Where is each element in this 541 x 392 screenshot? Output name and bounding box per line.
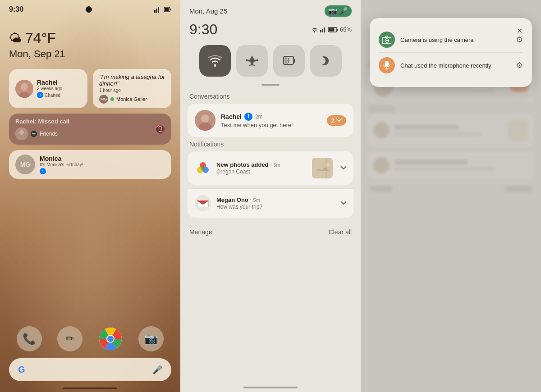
rachel-info: Rachel 2 weeks ago f Chatted	[37, 79, 81, 98]
google-g: G	[18, 365, 25, 375]
weather-widget: 🌤 74°F Mon, Sep 21	[9, 30, 171, 60]
signal-notif-icon	[320, 27, 326, 32]
monica-widget[interactable]: MG Monica It's Monica's Birthday! f	[9, 150, 171, 179]
camera-permission-icon	[379, 32, 395, 48]
rachel-avatar	[15, 80, 33, 98]
home-status-icons	[154, 6, 171, 13]
svg-rect-19	[324, 27, 325, 32]
photos-expand-button[interactable]	[341, 166, 346, 170]
rachel-sub: 2 weeks ago	[37, 86, 81, 91]
notes-app[interactable]: ✏	[57, 326, 83, 351]
rachel-conv-avatar	[195, 110, 215, 131]
weather-icon: 🌤	[9, 31, 22, 46]
airplane-tile[interactable]	[236, 45, 268, 77]
weather-date: Mon, Sep 21	[9, 48, 171, 60]
camera-icon: 📷	[144, 333, 158, 345]
privacy-indicator-dialog: ✕ Camera is using the camera ⚙	[370, 18, 532, 87]
svg-rect-1	[156, 9, 157, 13]
friends-label: Friends	[40, 131, 58, 137]
camera-permission-settings[interactable]: ⚙	[516, 35, 523, 45]
notif-status-right: 📷 🎤	[325, 5, 352, 17]
home-time: 9:30	[9, 5, 23, 14]
gmail-expand-button[interactable]	[341, 201, 346, 205]
battery-notif-icon	[328, 27, 338, 32]
svg-point-12	[19, 130, 24, 135]
battery-saver-tile-icon	[283, 55, 295, 67]
weather-temp: 74°F	[25, 30, 56, 46]
monica-quote-widget[interactable]: "I'm making a lasagna for dinner!" 1 hou…	[93, 69, 171, 108]
gmail-notif-title: Megan Ono · 5m	[216, 196, 335, 203]
photos-notification-card[interactable]: New photos added · 5m Oregon Coast	[188, 151, 353, 185]
battery-percent: 65%	[340, 26, 352, 33]
photos-app-icon	[195, 160, 211, 176]
monica-quote-sender: Monica Geller	[116, 96, 147, 102]
svg-point-16	[107, 336, 114, 342]
chrome-app[interactable]	[98, 326, 123, 351]
camera-dot	[86, 6, 92, 13]
do-not-disturb-tile[interactable]	[310, 45, 342, 77]
camera-perm-svg-icon	[382, 36, 391, 44]
google-search-bar[interactable]: G 🎤	[9, 358, 171, 381]
svg-point-28	[201, 114, 209, 123]
battery-icon-home	[164, 7, 171, 12]
missed-call-icon: 📵	[155, 124, 165, 134]
gmail-notification-card[interactable]: Megan Ono · 5m How was your trip?	[188, 189, 353, 218]
svg-rect-6	[165, 8, 169, 11]
chevron-down-photos-icon	[341, 166, 346, 170]
pen-icon: ✏	[66, 333, 74, 345]
mic-active-icon: 🎤	[339, 7, 348, 15]
notif-date: Mon, Aug 25	[189, 7, 227, 15]
rachel-badge[interactable]: 2	[327, 115, 346, 126]
svg-rect-3	[160, 6, 161, 13]
rachel-conversation-card[interactable]: Rachel f 2m Text me when you get here! 2	[188, 104, 353, 137]
messenger-icon: f	[37, 92, 43, 98]
microphone-permission-item: Chat used the microphone recently ⚙	[379, 52, 523, 78]
missed-call-widget[interactable]: Rachel: Missed call 📷 Friends 📵	[9, 114, 171, 145]
rachel-contact-widget[interactable]: Rachel 2 weeks ago f Chatted	[9, 69, 87, 108]
camera-permission-item: Camera is using the camera ⚙	[379, 27, 523, 52]
conversations-label: Conversations	[180, 93, 361, 104]
rachel-conv-info: Rachel f 2m Text me when you get here!	[221, 113, 321, 128]
notification-actions: Manage Clear all	[180, 221, 361, 239]
notif-time: 9:30	[189, 21, 217, 38]
photos-notif-time: 5m	[273, 162, 280, 168]
mic-perm-svg-icon	[383, 61, 390, 70]
gmail-notif-time: 5m	[253, 197, 260, 203]
notification-shade: Mon, Aug 25 📷 🎤 9:30	[180, 0, 361, 392]
mic-permission-text: Chat used the microphone recently	[400, 62, 510, 69]
rachel-conv-msg: Text me when you get here!	[221, 122, 321, 128]
contacts-row: Rachel 2 weeks ago f Chatted "I'm making…	[9, 69, 171, 108]
camera-permission-text: Camera is using the camera	[400, 36, 510, 43]
airplane-tile-icon	[245, 55, 259, 67]
monica-name: Monica	[40, 155, 165, 162]
svg-point-33	[201, 166, 205, 170]
close-permission-dialog-button[interactable]: ✕	[514, 25, 525, 36]
mic-permission-settings[interactable]: ⚙	[516, 60, 523, 70]
manage-button[interactable]: Manage	[189, 228, 212, 236]
quote-meta: 1 hour ago	[99, 88, 165, 93]
wifi-tile[interactable]	[199, 45, 231, 77]
permission-overlay-panel: ✕ Camera is using the camera ⚙	[361, 0, 541, 392]
friends-avatar-1	[15, 128, 28, 140]
online-indicator	[110, 97, 114, 101]
svg-rect-34	[312, 158, 333, 178]
svg-point-41	[386, 40, 388, 41]
messenger-conv-icon: f	[244, 113, 252, 121]
camera-active-icon: 📷	[328, 7, 337, 15]
phone-app[interactable]: 📞	[17, 326, 42, 351]
clear-all-button[interactable]: Clear all	[329, 228, 352, 236]
wifi-tile-icon	[208, 55, 222, 67]
quick-settings-tiles	[180, 41, 361, 84]
mic-search-icon[interactable]: 🎤	[152, 365, 162, 375]
rachel-conv-time: 2m	[255, 114, 263, 120]
camera-app[interactable]: 📷	[138, 326, 164, 351]
battery-saver-tile[interactable]	[273, 45, 305, 77]
monica-avatar: MG	[15, 155, 35, 174]
home-screen: 9:30 🌤 74°F Mon, Sep 21	[0, 0, 180, 392]
chevron-down-icon	[336, 119, 342, 122]
notif-status-bar: Mon, Aug 25 📷 🎤	[180, 0, 361, 20]
drag-handle	[261, 84, 280, 86]
svg-rect-25	[293, 59, 295, 63]
chrome-icon	[99, 328, 122, 350]
chevron-down-gmail-icon	[341, 201, 346, 205]
